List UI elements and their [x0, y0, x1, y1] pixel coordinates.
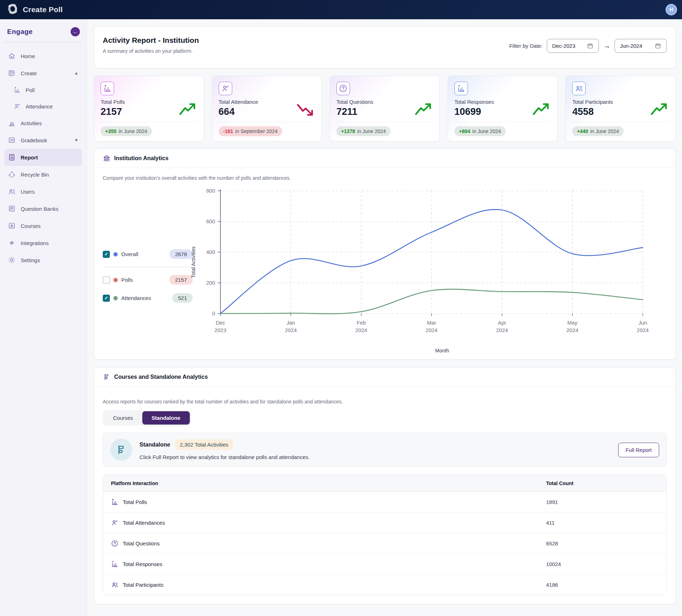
arrow-right-icon: →: [603, 42, 610, 50]
standalone-title: Standalone: [139, 442, 170, 448]
activities-icon: [8, 119, 16, 127]
svg-text:200: 200: [206, 280, 215, 286]
svg-text:2024: 2024: [637, 327, 648, 333]
attendance-icon: [14, 103, 21, 110]
delta-badge: +355 in June 2024: [101, 126, 152, 136]
row-label: Total Polls: [123, 499, 147, 505]
topbar: Create Poll H: [0, 0, 682, 19]
attendances-dot: [113, 296, 118, 300]
date-from-input[interactable]: Dec-2023: [547, 39, 599, 53]
legend-count-badge: 2678: [169, 249, 193, 259]
delta-period: in June 2024: [472, 128, 501, 134]
delta-badge: -161 in September 2024: [219, 126, 282, 136]
brand-name: Create Poll: [23, 5, 63, 14]
brand: Create Poll: [6, 2, 63, 17]
legend-label: Attendances: [121, 295, 151, 301]
section-description: Access reports for courses ranked by the…: [103, 399, 667, 404]
sidebar-item-settings[interactable]: Settings: [4, 251, 82, 269]
sidebar-item-label: Home: [21, 53, 35, 59]
attendances-checkbox[interactable]: ✓: [103, 295, 110, 302]
svg-text:2024: 2024: [496, 327, 508, 333]
delta-value: -161: [223, 128, 233, 134]
sidebar-item-recycle-bin[interactable]: Recycle Bin: [4, 166, 82, 183]
sidebar-item-users[interactable]: Users: [4, 183, 82, 200]
question-banks-icon: [8, 205, 16, 213]
date-to-input[interactable]: Jun-2024: [615, 39, 667, 53]
chevron-down-icon: ▼: [74, 138, 78, 143]
sidebar-item-label: Report: [21, 154, 38, 161]
sidebar-item-activities[interactable]: Activities: [4, 114, 82, 132]
svg-text:0: 0: [212, 310, 215, 316]
sidebar-item-report[interactable]: Report: [4, 149, 82, 166]
svg-text:2023: 2023: [214, 327, 226, 333]
svg-text:Apr: Apr: [498, 320, 506, 326]
flowchart-icon: [103, 373, 111, 381]
sidebar-item-attendance[interactable]: Attendance: [4, 98, 82, 114]
svg-text:A+: A+: [10, 139, 14, 142]
date-from-value: Dec-2023: [552, 43, 575, 49]
questions-icon: [336, 82, 350, 95]
sidebar-collapse-button[interactable]: ←: [71, 27, 80, 36]
home-icon: [8, 52, 16, 60]
integrations-icon: [8, 239, 16, 247]
overall-checkbox[interactable]: ✓: [103, 251, 110, 258]
date-to-value: Jun-2024: [620, 43, 642, 49]
table-row: Total Polls 1891: [103, 492, 666, 513]
sidebar-item-create[interactable]: Create ▲: [4, 65, 82, 82]
total-activities-badge: 2,302 Total Activities: [175, 439, 233, 450]
tab-courses[interactable]: Courses: [104, 411, 142, 424]
table-row: Total Questions 6528: [103, 533, 666, 554]
delta-badge: +440 in June 2024: [572, 126, 624, 136]
svg-text:2024: 2024: [426, 327, 437, 333]
sidebar-item-courses[interactable]: Courses: [4, 217, 82, 234]
sidebar-item-home[interactable]: Home: [4, 47, 82, 65]
row-count: 411: [546, 520, 658, 526]
sidebar-item-label: Poll: [26, 87, 35, 93]
legend-count-badge: 521: [172, 293, 193, 303]
column-total-count: Total Count: [546, 480, 658, 486]
row-label: Total Responses: [123, 561, 162, 567]
x-axis-title: Month: [193, 348, 667, 353]
filter-by-date-label: Filter by Date:: [509, 43, 543, 49]
sidebar-item-integrations[interactable]: Integrations: [4, 234, 82, 251]
svg-text:2024: 2024: [285, 327, 297, 333]
polls-icon: [111, 498, 118, 506]
row-label: Total Questions: [123, 540, 159, 546]
sidebar-item-question-banks[interactable]: Question Banks: [4, 200, 82, 217]
line-chart: Total Activities 0200400600800Dec2023Jan…: [193, 184, 667, 353]
brand-logo-icon: [6, 2, 19, 17]
tab-standalone[interactable]: Standalone: [142, 411, 190, 424]
sidebar-title: Engage: [7, 28, 33, 36]
stat-card-total-participants: Total Participants 4558 +440 in June 202…: [565, 76, 676, 142]
delta-period: in June 2024: [357, 128, 386, 134]
user-avatar[interactable]: H: [666, 4, 677, 15]
svg-text:600: 600: [206, 218, 215, 224]
stat-card-total-responses: Total Responses 10699 +804 in June 2024: [448, 76, 558, 142]
stat-card-total-attendance: Total Attendance 664 -161 in September 2…: [212, 76, 322, 142]
sidebar-item-label: Settings: [21, 257, 40, 263]
delta-period: in June 2024: [119, 128, 147, 134]
table-row: Total Participants 4186: [103, 575, 666, 595]
table-header: Platform Interaction Total Count: [103, 475, 666, 492]
sidebar-item-gradebook[interactable]: A+ Gradebook ▼: [4, 132, 82, 149]
delta-badge: +804 in June 2024: [454, 126, 506, 136]
participants-icon: [572, 82, 586, 95]
responses-icon: [454, 82, 468, 95]
page-header: Activity Report - Institution A summary …: [94, 26, 676, 68]
y-axis-title: Total Activities: [190, 246, 196, 278]
courses-icon: [8, 222, 16, 230]
svg-text:Dec: Dec: [216, 320, 225, 326]
trend-down-icon: [296, 102, 314, 118]
full-report-button[interactable]: Full Report: [618, 443, 659, 457]
standalone-summary-panel: Standalone 2,302 Total Activities Click …: [103, 433, 667, 467]
delta-badge: +1278 in June 2024: [336, 126, 391, 136]
sidebar-item-label: Gradebook: [21, 137, 47, 143]
standalone-description: Click Full Report to view analytics for …: [139, 454, 310, 460]
polls-checkbox[interactable]: [103, 276, 110, 284]
sidebar-item-poll[interactable]: Poll: [4, 82, 82, 98]
courses-standalone-section: Courses and Standalone Analytics Access …: [94, 367, 676, 604]
delta-value: +355: [105, 128, 117, 134]
delta-period: in June 2024: [590, 128, 619, 134]
standalone-icon: [110, 439, 132, 461]
users-icon: [8, 188, 16, 195]
